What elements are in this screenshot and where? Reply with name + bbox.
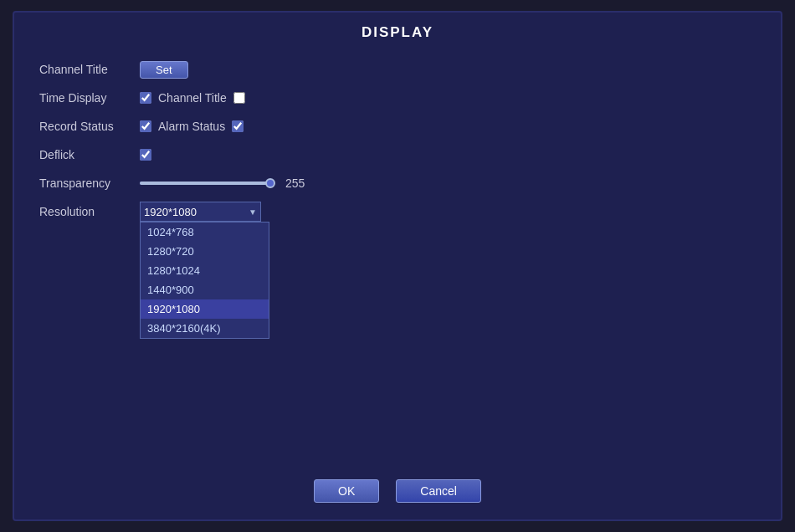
transparency-label: Transparency <box>39 176 140 190</box>
record-alarm-checkboxes: Alarm Status <box>140 120 244 133</box>
display-dialog: DISPLAY Channel Title Set Time Display C… <box>13 11 782 521</box>
slider-thumb[interactable] <box>265 178 275 188</box>
cancel-button[interactable]: Cancel <box>396 479 481 503</box>
set-button[interactable]: Set <box>140 61 188 79</box>
deflick-row: Deflick <box>39 143 756 166</box>
resolution-option-1280-1024[interactable]: 1280*1024 <box>141 261 269 280</box>
deflick-checkbox[interactable] <box>140 149 151 161</box>
resolution-row: Resolution 1920*1080 ▼ 1024*768 1280*720… <box>39 200 756 223</box>
resolution-option-1280-720[interactable]: 1280*720 <box>141 242 269 261</box>
channel-title-checkbox[interactable] <box>140 92 151 104</box>
channel-title-checkbox-label: Channel Title <box>158 91 227 105</box>
channel-title-label: Channel Title <box>39 63 140 76</box>
resolution-option-1920[interactable]: 1920*1080 <box>141 299 269 319</box>
resolution-option-4k[interactable]: 3840*2160(4K) <box>141 319 269 338</box>
resolution-selected-value: 1920*1080 <box>144 206 197 218</box>
slider-track[interactable] <box>140 182 274 185</box>
ok-button[interactable]: OK <box>314 479 379 503</box>
alarm-status-label: Alarm Status <box>158 120 225 133</box>
form-content: Channel Title Set Time Display Channel T… <box>14 49 781 466</box>
alarm-status-checkbox[interactable] <box>232 120 244 132</box>
time-display-label: Time Display <box>39 91 140 105</box>
time-display-row: Time Display Channel Title <box>39 86 756 110</box>
channel-title-right-checkbox[interactable] <box>233 92 245 104</box>
record-status-label: Record Status <box>39 120 140 133</box>
resolution-option-1024[interactable]: 1024*768 <box>141 223 269 242</box>
time-display-checkboxes: Channel Title <box>140 91 245 105</box>
record-alarm-row: Record Status Alarm Status <box>39 115 756 138</box>
resolution-option-1440[interactable]: 1440*900 <box>141 280 269 299</box>
channel-title-row: Channel Title Set <box>39 58 756 81</box>
deflick-label: Deflick <box>39 148 140 161</box>
dialog-title: DISPLAY <box>14 13 781 49</box>
record-status-checkbox[interactable] <box>140 120 151 132</box>
dropdown-arrow-icon: ▼ <box>249 207 257 217</box>
slider-fill <box>140 182 274 185</box>
transparency-value: 255 <box>285 176 305 190</box>
resolution-dropdown: 1024*768 1280*720 1280*1024 1440*900 192… <box>140 222 269 339</box>
resolution-select[interactable]: 1920*1080 ▼ <box>140 202 261 222</box>
resolution-label: Resolution <box>39 205 140 218</box>
dialog-footer: OK Cancel <box>14 466 781 519</box>
transparency-slider-group: 255 <box>140 176 305 190</box>
transparency-row: Transparency 255 <box>39 171 756 195</box>
resolution-group: 1920*1080 ▼ 1024*768 1280*720 1280*1024 … <box>140 202 261 222</box>
